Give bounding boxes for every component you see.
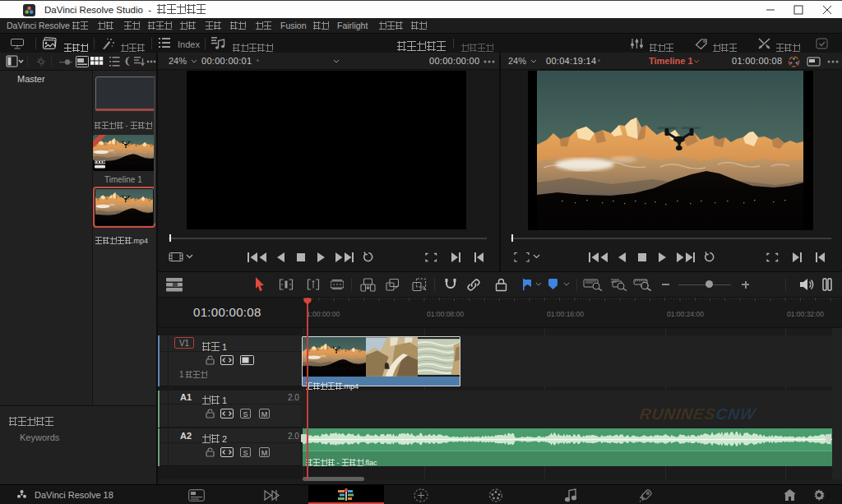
svg-text:01:00:16:00: 01:00:16:00 — [547, 310, 584, 318]
svg-text:01:00:24:00: 01:00:24:00 — [667, 310, 704, 318]
svg-text:01:00:32:00: 01:00:32:00 — [787, 310, 824, 318]
svg-text:1:00:00:00: 1:00:00:00 — [307, 310, 340, 318]
svg-text:01:00:08:00: 01:00:08:00 — [427, 310, 464, 318]
